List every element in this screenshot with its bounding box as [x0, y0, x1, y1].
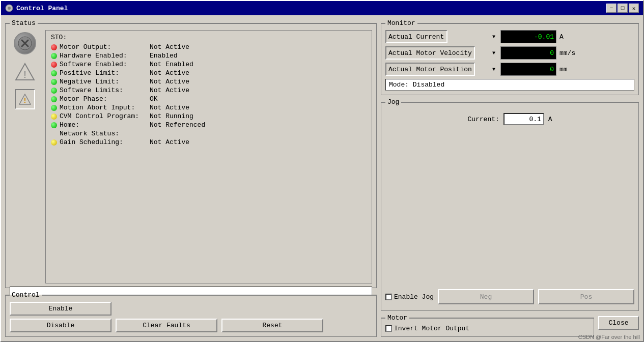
- label-text: Motor Phase:: [60, 95, 107, 103]
- table-row: Gain Scheduling: Not Active: [51, 138, 367, 146]
- velocity-dropdown-wrapper: Actual Motor Velocity: [385, 46, 497, 60]
- value-software-enabled: Not Enabled: [150, 61, 193, 68]
- value-cvm: Not Running: [150, 112, 193, 120]
- warning-triangle-icon: !: [14, 61, 36, 83]
- status-section: Status: [5, 19, 377, 288]
- position-value: 0: [500, 63, 556, 76]
- table-row: Network Status:: [51, 130, 367, 137]
- position-dropdown[interactable]: Actual Motor Position: [385, 63, 475, 76]
- enable-jog-label: Enable Jog: [385, 293, 434, 301]
- table-row: CVM Control Program: Not Running: [51, 112, 367, 120]
- jog-inner: Current: A Enable Jog Neg Pos: [385, 109, 634, 306]
- monitor-row-position: Actual Motor Position 0 mm: [385, 63, 634, 76]
- status-label-gain: Gain Scheduling:: [51, 138, 148, 146]
- table-row: Positive Limit: Not Active: [51, 69, 367, 77]
- label-text: Motor Output:: [60, 43, 111, 51]
- value-motion-abort: Not Active: [150, 104, 189, 111]
- status-label-software-enabled: Software Enabled:: [51, 61, 148, 68]
- jog-neg-button[interactable]: Neg: [438, 289, 534, 304]
- disable-row: Disable Clear Faults Reset: [10, 319, 372, 332]
- reset-button[interactable]: Reset: [221, 319, 323, 332]
- close-area: Close: [598, 314, 639, 330]
- value-motor-phase: OK: [150, 95, 158, 103]
- svg-text:!: !: [23, 97, 27, 105]
- svg-point-1: [8, 7, 11, 10]
- right-panel: Monitor Actual Current -0.01 A: [381, 19, 639, 337]
- led-home: [51, 122, 57, 128]
- current-dropdown-wrapper: Actual Current: [385, 30, 497, 43]
- table-row: Motion Abort Input: Not Active: [51, 104, 367, 111]
- led-motor-phase: [51, 96, 57, 102]
- motor-inner: Invert Motor Output: [385, 325, 590, 332]
- disable-button[interactable]: Disable: [10, 319, 111, 332]
- led-motion-abort: [51, 105, 57, 111]
- monitor-legend: Monitor: [385, 19, 417, 27]
- velocity-unit: mm/s: [559, 49, 575, 57]
- led-negative-limit: [51, 79, 57, 85]
- led-software-enabled: [51, 62, 57, 68]
- velocity-dropdown[interactable]: Actual Motor Velocity: [385, 46, 475, 60]
- value-home: Not Referenced: [150, 121, 205, 129]
- jog-spacer: [385, 133, 634, 285]
- status-label-motion-abort: Motion Abort Input:: [51, 104, 148, 111]
- jog-legend: Jog: [385, 98, 401, 106]
- status-label-network: Network Status:: [51, 130, 148, 137]
- app-icon: [5, 4, 13, 12]
- monitor-row-current: Actual Current -0.01 A: [385, 30, 634, 43]
- window-controls: − □ ✕: [606, 4, 639, 13]
- error-icon: [14, 32, 36, 54]
- led-software-limits: [51, 88, 57, 94]
- status-label-positive-limit: Positive Limit:: [51, 69, 148, 77]
- label-text: Negative Limit:: [60, 78, 119, 86]
- table-row: Home: Not Referenced: [51, 121, 367, 129]
- invert-motor-checkbox[interactable]: [385, 325, 392, 332]
- motor-section: Motor Invert Motor Output: [381, 314, 594, 337]
- jog-current-input[interactable]: [503, 113, 544, 125]
- value-gain: Not Active: [150, 138, 189, 146]
- enable-jog-checkbox[interactable]: [385, 294, 392, 300]
- label-text: Home:: [60, 121, 79, 129]
- current-dropdown[interactable]: Actual Current: [385, 30, 447, 43]
- label-text: CVM Control Program:: [60, 112, 139, 120]
- control-section: Control Enable Disable Clear Faults Rese…: [5, 291, 377, 337]
- monitor-row-velocity: Actual Motor Velocity 0 mm/s: [385, 46, 634, 60]
- sto-label: STO:: [51, 34, 367, 41]
- watermark: CSDN @Far over the hill: [578, 334, 640, 340]
- enable-button[interactable]: Enable: [10, 302, 111, 316]
- jog-section: Jog Current: A Enable Jog Neg P: [381, 98, 639, 311]
- table-row: Hardware Enabled: Enabled: [51, 52, 367, 60]
- control-legend: Control: [10, 291, 42, 299]
- label-text: Software Enabled:: [60, 61, 127, 68]
- jog-current-row: Current: A: [385, 109, 634, 129]
- led-gain: [51, 139, 57, 146]
- warning-box-icon: !: [15, 89, 35, 109]
- led-hardware-enabled: [51, 53, 57, 59]
- status-label-home: Home:: [51, 121, 148, 129]
- position-unit: mm: [559, 66, 575, 73]
- minimize-button[interactable]: −: [606, 4, 617, 13]
- current-unit: A: [559, 33, 575, 41]
- velocity-value: 0: [500, 46, 556, 60]
- jog-current-unit: A: [548, 116, 552, 123]
- label-text: Motion Abort Input:: [60, 104, 135, 111]
- main-window: Control Panel − □ ✕ Status: [0, 0, 644, 342]
- label-text: Gain Scheduling:: [60, 138, 123, 146]
- content-area: Status: [1, 15, 643, 341]
- status-label-motor-phase: Motor Phase:: [51, 95, 148, 103]
- left-panel: Status: [5, 19, 377, 337]
- window-close-button[interactable]: ✕: [629, 4, 639, 13]
- status-label-software-limits: Software Limits:: [51, 87, 148, 94]
- status-label-hardware-enabled: Hardware Enabled:: [51, 52, 148, 60]
- label-text: Hardware Enabled:: [60, 52, 127, 60]
- jog-pos-button[interactable]: Pos: [538, 289, 634, 304]
- jog-current-label: Current:: [467, 116, 499, 123]
- monitor-section: Monitor Actual Current -0.01 A: [381, 19, 639, 95]
- value-software-limits: Not Active: [150, 87, 189, 94]
- position-dropdown-wrapper: Actual Motor Position: [385, 63, 497, 76]
- table-row: Software Enabled: Not Enabled: [51, 61, 367, 68]
- value-positive-limit: Not Active: [150, 69, 189, 77]
- clear-faults-button[interactable]: Clear Faults: [116, 319, 217, 332]
- maximize-button[interactable]: □: [618, 4, 628, 13]
- close-button[interactable]: Close: [598, 316, 639, 330]
- led-cvm: [51, 113, 57, 120]
